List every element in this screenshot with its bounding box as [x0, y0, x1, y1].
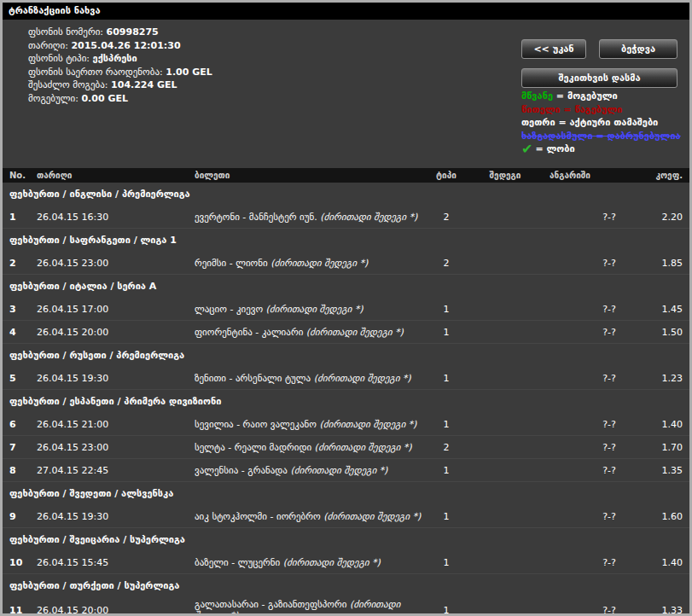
- match-name: ევერტონი - მანჩესტერ იუნ.: [195, 212, 317, 223]
- match-name: სელტა - რეალი მადრიდი: [195, 442, 311, 453]
- print-button[interactable]: ბეჭდვა: [599, 39, 677, 59]
- cell-type: 2: [428, 212, 464, 223]
- cell-score: ?-?: [546, 557, 638, 568]
- cell-date: 27.04.15 22:45: [37, 465, 195, 476]
- market-name: (ძირითადი შედეგი *): [321, 511, 422, 522]
- league-header-row: ფეხბურთი / რუსეთი / პრემიერლიგა: [3, 344, 689, 367]
- col-header-no: No.: [9, 171, 37, 180]
- col-header-coef: კოეფ.: [638, 171, 683, 180]
- market-name: (ძირითადი შედეგი *): [303, 327, 404, 338]
- possible-win-row: შესაძლო მოგება: 104.224 GEL: [28, 78, 212, 92]
- cell-ticket: ევერტონი - მანჩესტერ იუნ. (ძირითადი შედე…: [195, 212, 428, 223]
- bet-number-value: 60998275: [107, 26, 159, 38]
- league-header-row: ფეხბურთი / შვედეთი / ალსვენსკა: [3, 482, 689, 505]
- transaction-view-panel: ტრანზაქციის ნახვა ფსონის ნომერი: 6099827…: [0, 0, 692, 616]
- cell-ticket: ფიორენტინა - კალიარი (ძირითადი შედეგი *): [195, 327, 428, 338]
- page-title: ტრანზაქციის ნახვა: [3, 3, 689, 20]
- match-name: ბაზელი - ლუცერნი: [195, 557, 280, 568]
- col-header-result: შედეგი: [464, 171, 546, 180]
- table-header-row: No. თარიღი ბილეთი ტიპი შედეგი ანგარიში კ…: [3, 168, 689, 183]
- cell-coef: 1.60: [638, 511, 683, 522]
- cell-type: 1: [428, 373, 464, 384]
- cell-score: ?-?: [546, 304, 638, 315]
- cell-score: ?-?: [546, 511, 638, 522]
- cell-date: 26.04.15 20:00: [37, 605, 195, 616]
- won-label: მოგებული:: [28, 93, 79, 104]
- color-legend: მწვანე = მოგებული წითელი = წაგებული თეთრ…: [521, 90, 681, 156]
- legend-live-text: = ლობი: [535, 143, 574, 154]
- cell-type: 1: [428, 419, 464, 430]
- cell-no: 4: [9, 327, 37, 338]
- cell-type: 1: [428, 465, 464, 476]
- match-name: აიკ სტოკჰოლმი - იორებრო: [195, 511, 321, 522]
- cell-score: ?-?: [546, 442, 638, 453]
- market-name: (ძირითადი შედეგი *): [280, 557, 381, 568]
- cell-ticket: ზენითი - არსენალი ტულა (ძირითადი შედეგი …: [195, 373, 428, 384]
- col-header-type: ტიპი: [428, 171, 464, 180]
- bet-number-label: ფსონის ნომერი:: [28, 26, 103, 38]
- cell-coef: 2.20: [638, 212, 683, 223]
- table-row: 4 26.04.15 20:00 ფიორენტინა - კალიარი (ძ…: [3, 321, 689, 344]
- table-row: 6 26.04.15 21:00 სევილია - რაიო ვალეკანო…: [3, 413, 689, 436]
- cell-score: ?-?: [546, 373, 638, 384]
- table-row: 5 26.04.15 19:30 ზენითი - არსენალი ტულა …: [3, 367, 689, 390]
- league-header-row: ფეხბურთი / იტალია / სერია A: [3, 275, 689, 298]
- league-header-row: ფეხბურთი / შვეიცარია / სუპერლიგა: [3, 528, 689, 551]
- cell-type: 1: [428, 557, 464, 568]
- back-button[interactable]: << უკან: [521, 39, 586, 59]
- cell-ticket: ბაზელი - ლუცერნი (ძირითადი შედეგი *): [195, 557, 428, 568]
- bet-date-label: თარიღი:: [28, 40, 68, 51]
- league-header-row: ფეხბურთი / თურქეთი / სუპერლიგა: [3, 574, 689, 597]
- cell-coef: 1.50: [638, 327, 683, 338]
- bet-lines-table: No. თარიღი ბილეთი ტიპი შედეგი ანგარიში კ…: [3, 168, 689, 616]
- legend-won-term: მწვანე: [521, 90, 553, 102]
- league-header-row: ფეხბურთი / საფრანგეთი / ლიგა 1: [3, 229, 689, 252]
- cell-date: 26.04.15 21:00: [37, 419, 195, 430]
- cell-no: 5: [9, 373, 37, 384]
- bet-total-label: ფსონის საერთო რაოდენობა:: [28, 67, 163, 78]
- bet-number-row: ფსონის ნომერი: 60998275: [28, 26, 212, 39]
- cell-date: 26.04.15 23:00: [37, 442, 195, 453]
- cell-no: 11: [9, 605, 37, 616]
- ask-question-button[interactable]: შეკითხვის დასმა: [521, 68, 677, 88]
- cell-date: 26.04.15 15:45: [37, 557, 195, 568]
- market-name: (ძირითადი შედეგი *): [288, 465, 388, 476]
- legend-live: ✔= ლობი: [521, 142, 681, 156]
- cell-date: 26.04.15 20:00: [37, 327, 195, 338]
- bet-total-value: 1.00 GEL: [166, 67, 212, 78]
- cell-date: 26.04.15 23:00: [37, 258, 195, 269]
- market-name: (ძირითადი შედეგი *): [268, 258, 369, 269]
- cell-coef: 1.70: [638, 442, 683, 453]
- cell-coef: 1.23: [638, 373, 683, 384]
- cell-no: 3: [9, 304, 37, 315]
- match-name: ზენითი - არსენალი ტულა: [195, 373, 311, 384]
- possible-win-value: 104.224 GEL: [111, 79, 177, 90]
- cell-score: ?-?: [546, 212, 638, 223]
- cell-type: 1: [428, 511, 464, 522]
- cell-no: 9: [9, 511, 37, 522]
- cell-score: ?-?: [546, 465, 638, 476]
- col-header-date: თარიღი: [37, 171, 195, 180]
- cell-coef: 1.85: [638, 258, 683, 269]
- legend-active: თეთრი = აქტიური თამაშები: [521, 116, 681, 130]
- table-body: ფეხბურთი / ინგლისი / პრემიერლიგა 1 26.04…: [3, 183, 689, 616]
- match-name: გალათასარაი - გაზიანთეფსპორი: [195, 599, 346, 610]
- cell-ticket: სევილია - რაიო ვალეკანო (ძირითადი შედეგი…: [195, 419, 428, 430]
- cell-no: 8: [9, 465, 37, 476]
- table-row: 2 26.04.15 23:00 რეიმსი - ლიონი (ძირითად…: [3, 252, 689, 275]
- match-name: ვალენსია - გრანადა: [195, 465, 288, 476]
- cell-score: ?-?: [546, 327, 638, 338]
- cell-coef: 1.45: [638, 304, 683, 315]
- won-value: 0.00 GEL: [81, 93, 128, 104]
- cell-score: ?-?: [546, 258, 638, 269]
- match-name: ლაციო - კიევო: [195, 304, 263, 315]
- cell-type: 1: [428, 304, 464, 315]
- cell-ticket: ლაციო - კიევო (ძირითადი შედეგი *): [195, 304, 428, 315]
- cell-ticket: ვალენსია - გრანადა (ძირითადი შედეგი *): [195, 465, 428, 476]
- action-buttons: << უკან ბეჭდვა შეკითხვის დასმა: [521, 39, 677, 88]
- cell-coef: 1.35: [638, 465, 683, 476]
- match-name: რეიმსი - ლიონი: [195, 258, 268, 269]
- cell-date: 26.04.15 19:30: [37, 373, 195, 384]
- market-name: (ძირითადი შედეგი *): [311, 442, 412, 453]
- check-icon: ✔: [521, 141, 532, 157]
